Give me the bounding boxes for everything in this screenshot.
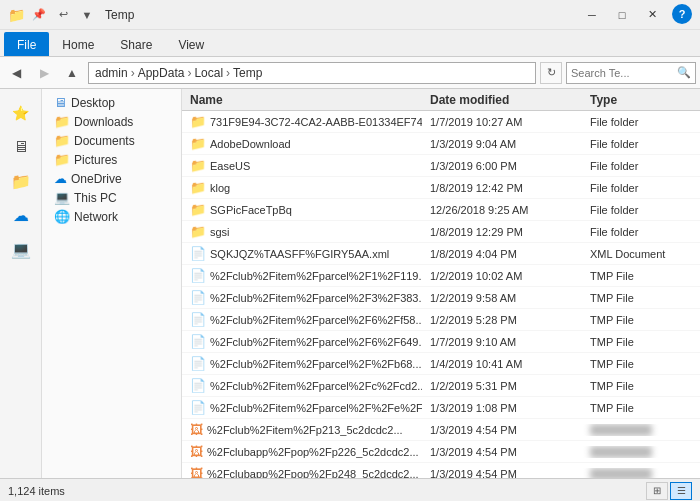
tmp-icon: 📄 — [190, 290, 206, 305]
close-button[interactable]: ✕ — [638, 4, 666, 26]
grid-view-button[interactable]: ⊞ — [646, 482, 668, 500]
sidebar-cloud[interactable]: ☁ — [5, 199, 37, 231]
tab-home[interactable]: Home — [49, 32, 107, 56]
sidebar-folder[interactable]: 📁 — [5, 165, 37, 197]
nav-desktop[interactable]: 🖥 Desktop — [42, 93, 181, 112]
quick-undo[interactable]: ↩ — [53, 5, 73, 25]
file-name: 📄 %2Fclub%2Fitem%2Fparcel%2F6%2Ff58... — [182, 312, 422, 327]
nav-thispc[interactable]: 💻 This PC — [42, 188, 181, 207]
help-button[interactable]: ? — [672, 4, 692, 24]
maximize-button[interactable]: □ — [608, 4, 636, 26]
file-name: 🖼 %2Fclub%2Fitem%2Fp213_5c2dcdc2... — [182, 422, 422, 437]
file-type: ████████ — [582, 468, 700, 479]
back-button[interactable]: ◀ — [4, 61, 28, 85]
search-box[interactable]: 🔍 — [566, 62, 696, 84]
pc-icon: 💻 — [54, 190, 70, 205]
file-name: 📄 %2Fclub%2Fitem%2Fparcel%2F%2Fe%2Fe1... — [182, 400, 422, 415]
table-row[interactable]: 📁 AdobeDownload 1/3/2019 9:04 AM File fo… — [182, 133, 700, 155]
tab-file[interactable]: File — [4, 32, 49, 56]
tmp-icon: 📄 — [190, 312, 206, 327]
tab-share[interactable]: Share — [107, 32, 165, 56]
table-row[interactable]: 📄 %2Fclub%2Fitem%2Fparcel%2Fc%2Fcd2... 1… — [182, 375, 700, 397]
table-row[interactable]: 📁 731F9E94-3C72-4CA2-AABB-E01334EF7473 1… — [182, 111, 700, 133]
sidebar: ⭐ 🖥 📁 ☁ 💻 — [0, 89, 42, 478]
col-modified-header[interactable]: Date modified — [422, 93, 582, 107]
breadcrumb-local[interactable]: Local — [194, 66, 223, 80]
nav-documents[interactable]: 📁 Documents — [42, 131, 181, 150]
sidebar-desktop[interactable]: 🖥 — [5, 131, 37, 163]
file-name: 📄 %2Fclub%2Fitem%2Fparcel%2F6%2F649... — [182, 334, 422, 349]
file-name: 📄 %2Fclub%2Fitem%2Fparcel%2F3%2F383... — [182, 290, 422, 305]
table-row[interactable]: 🖼 %2Fclubapp%2Fpop%2Fp248_5c2dcdc2... 1/… — [182, 463, 700, 478]
sidebar-star[interactable]: ⭐ — [5, 97, 37, 129]
tmp-icon: 📄 — [190, 268, 206, 283]
up-button[interactable]: ▲ — [60, 61, 84, 85]
file-list: Name Date modified Type Size 📁 731F9E94-… — [182, 89, 700, 478]
table-row[interactable]: 📄 %2Fclub%2Fitem%2Fparcel%2F6%2Ff58... 1… — [182, 309, 700, 331]
table-row[interactable]: 📁 EaseUS 1/3/2019 6:00 PM File folder — [182, 155, 700, 177]
file-type: XML Document — [582, 248, 700, 260]
file-rows-container: 📁 731F9E94-3C72-4CA2-AABB-E01334EF7473 1… — [182, 111, 700, 478]
table-row[interactable]: 📄 %2Fclub%2Fitem%2Fparcel%2F%2Fe%2Fe1...… — [182, 397, 700, 419]
file-modified: 1/3/2019 9:04 AM — [422, 138, 582, 150]
status-bar: 1,124 items ⊞ ☰ — [0, 478, 700, 501]
file-modified: 12/26/2018 9:25 AM — [422, 204, 582, 216]
table-row[interactable]: 📄 %2Fclub%2Fitem%2Fparcel%2F1%2F119... 1… — [182, 265, 700, 287]
nav-pictures[interactable]: 📁 Pictures — [42, 150, 181, 169]
file-type: TMP File — [582, 292, 700, 304]
table-row[interactable]: 📄 %2Fclub%2Fitem%2Fparcel%2F3%2F383... 1… — [182, 287, 700, 309]
tmp-icon: 📄 — [190, 378, 206, 393]
file-modified: 1/3/2019 4:54 PM — [422, 468, 582, 479]
folder-icon: 📁 — [190, 224, 206, 239]
file-name: 📁 AdobeDownload — [182, 136, 422, 151]
file-modified: 1/7/2019 9:10 AM — [422, 336, 582, 348]
minimize-button[interactable]: ─ — [578, 4, 606, 26]
quick-down[interactable]: ▼ — [77, 5, 97, 25]
table-row[interactable]: 📁 sgsi 1/8/2019 12:29 PM File folder — [182, 221, 700, 243]
file-type: TMP File — [582, 380, 700, 392]
tmp-icon: 📄 — [190, 356, 206, 371]
folder-icon: 📁 — [190, 180, 206, 195]
blurred-type: ████████ — [590, 424, 652, 436]
ribbon: File Home Share View — [0, 30, 700, 57]
list-view-button[interactable]: ☰ — [670, 482, 692, 500]
refresh-button[interactable]: ↻ — [540, 62, 562, 84]
nav-panel: 🖥 Desktop 📁 Downloads 📁 Documents 📁 Pict… — [42, 89, 182, 478]
file-type: ████████ — [582, 424, 700, 436]
star-icon: ⭐ — [12, 105, 29, 121]
col-name-header[interactable]: Name — [182, 93, 422, 107]
quick-pin[interactable]: 📌 — [29, 5, 49, 25]
breadcrumb-admin[interactable]: admin — [95, 66, 128, 80]
table-row[interactable]: 🖼 %2Fclubapp%2Fpop%2Fp226_5c2dcdc2... 1/… — [182, 441, 700, 463]
tab-view[interactable]: View — [165, 32, 217, 56]
col-type-header[interactable]: Type — [582, 93, 700, 107]
table-row[interactable]: 📁 SGPicFaceTpBq 12/26/2018 9:25 AM File … — [182, 199, 700, 221]
table-row[interactable]: 📄 %2Fclub%2Fitem%2Fparcel%2F%2Fb68... 1/… — [182, 353, 700, 375]
file-type: File folder — [582, 116, 700, 128]
address-bar[interactable]: admin › AppData › Local › Temp — [88, 62, 536, 84]
file-type: File folder — [582, 138, 700, 150]
nav-downloads[interactable]: 📁 Downloads — [42, 112, 181, 131]
file-modified: 1/8/2019 12:42 PM — [422, 182, 582, 194]
table-row[interactable]: 🖼 %2Fclub%2Fitem%2Fp213_5c2dcdc2... 1/3/… — [182, 419, 700, 441]
file-name: 📁 klog — [182, 180, 422, 195]
breadcrumb-appdata[interactable]: AppData — [138, 66, 185, 80]
nav-onedrive[interactable]: ☁ OneDrive — [42, 169, 181, 188]
file-modified: 1/2/2019 9:58 AM — [422, 292, 582, 304]
table-row[interactable]: 📄 SQKJQZ%TAASFF%FGIRY5AA.xml 1/8/2019 4:… — [182, 243, 700, 265]
pictures-icon: 📁 — [54, 152, 70, 167]
search-input[interactable] — [571, 67, 675, 79]
nav-network[interactable]: 🌐 Network — [42, 207, 181, 226]
breadcrumb-temp[interactable]: Temp — [233, 66, 262, 80]
sidebar-pc[interactable]: 💻 — [5, 233, 37, 265]
file-type: TMP File — [582, 358, 700, 370]
file-list-header: Name Date modified Type Size — [182, 89, 700, 111]
img-icon: 🖼 — [190, 444, 203, 459]
table-row[interactable]: 📁 klog 1/8/2019 12:42 PM File folder — [182, 177, 700, 199]
view-buttons: ⊞ ☰ — [646, 482, 692, 500]
folder-icon: 📁 — [190, 114, 206, 129]
desktop-icon: 🖥 — [54, 95, 67, 110]
file-modified: 1/3/2019 4:54 PM — [422, 424, 582, 436]
table-row[interactable]: 📄 %2Fclub%2Fitem%2Fparcel%2F6%2F649... 1… — [182, 331, 700, 353]
forward-button[interactable]: ▶ — [32, 61, 56, 85]
